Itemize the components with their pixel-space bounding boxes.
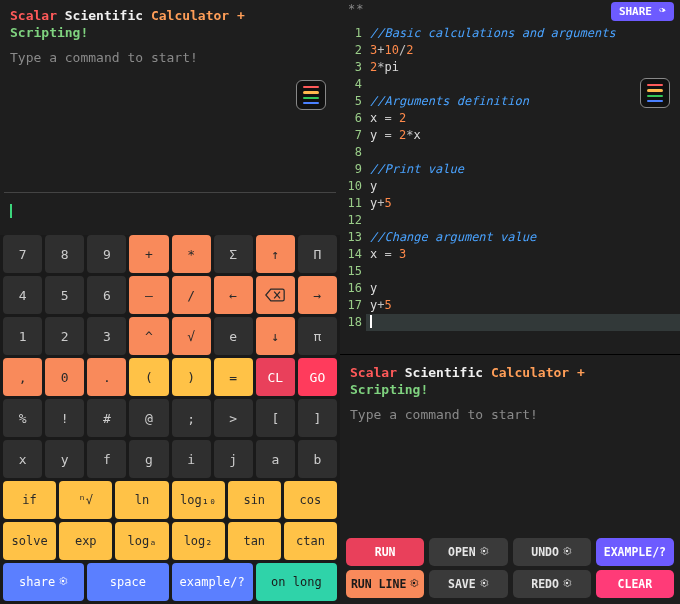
- key-[interactable]: ,: [3, 358, 42, 396]
- key-3[interactable]: 3: [87, 317, 126, 355]
- code-line[interactable]: x = 3: [370, 246, 676, 263]
- key-log[interactable]: log₁₀: [172, 481, 225, 519]
- key-[interactable]: !: [45, 399, 84, 437]
- open-button[interactable]: OPEN: [429, 538, 507, 566]
- code-line[interactable]: x = 2: [370, 110, 676, 127]
- key-[interactable]: ^: [129, 317, 168, 355]
- key-onlong[interactable]: on long: [256, 563, 337, 601]
- key-[interactable]: /: [172, 276, 211, 314]
- code-line[interactable]: 2*pi: [370, 59, 676, 76]
- code-line[interactable]: y+5: [370, 297, 676, 314]
- key-f[interactable]: f: [87, 440, 126, 478]
- key-[interactable]: ←: [214, 276, 253, 314]
- key-2[interactable]: 2: [45, 317, 84, 355]
- code-line[interactable]: //Print value: [370, 161, 676, 178]
- key-[interactable]: ;: [172, 399, 211, 437]
- key-cl[interactable]: CL: [256, 358, 295, 396]
- run-button[interactable]: RUN: [346, 538, 424, 566]
- key-sin[interactable]: sin: [228, 481, 281, 519]
- code-line[interactable]: [370, 144, 676, 161]
- key-[interactable]: ⁿ√: [59, 481, 112, 519]
- key-[interactable]: +: [129, 235, 168, 273]
- code-line[interactable]: //Change argument value: [370, 229, 676, 246]
- undo-button[interactable]: UNDO: [513, 538, 591, 566]
- key-backspace[interactable]: [256, 276, 295, 314]
- menu-stack-icon[interactable]: [296, 80, 326, 110]
- key-[interactable]: =: [214, 358, 253, 396]
- code-line[interactable]: y: [370, 280, 676, 297]
- key-[interactable]: ↑: [256, 235, 295, 273]
- key-7[interactable]: 7: [3, 235, 42, 273]
- key-log[interactable]: logₐ: [115, 522, 168, 560]
- key-4[interactable]: 4: [3, 276, 42, 314]
- code-line[interactable]: y+5: [370, 195, 676, 212]
- code-line[interactable]: y = 2*x: [370, 127, 676, 144]
- key-[interactable]: #: [87, 399, 126, 437]
- line-gutter: 123456789101112131415161718: [340, 21, 366, 354]
- code-line[interactable]: y: [370, 178, 676, 195]
- key-j[interactable]: j: [214, 440, 253, 478]
- key-go[interactable]: GO: [298, 358, 337, 396]
- svg-point-2: [566, 550, 569, 553]
- code-line[interactable]: [370, 212, 676, 229]
- key-if[interactable]: if: [3, 481, 56, 519]
- key-[interactable]: (: [129, 358, 168, 396]
- code-line[interactable]: //Basic calculations and arguments: [370, 25, 676, 42]
- key-a[interactable]: a: [256, 440, 295, 478]
- key-1[interactable]: 1: [3, 317, 42, 355]
- key-[interactable]: √: [172, 317, 211, 355]
- code-line[interactable]: [370, 76, 676, 93]
- key-ln[interactable]: ln: [115, 481, 168, 519]
- code-area[interactable]: //Basic calculations and arguments3+10/2…: [366, 21, 680, 354]
- code-editor[interactable]: 123456789101112131415161718 //Basic calc…: [340, 21, 680, 354]
- key-[interactable]: →: [298, 276, 337, 314]
- key-x[interactable]: x: [3, 440, 42, 478]
- key-ctan[interactable]: ctan: [284, 522, 337, 560]
- key-[interactable]: .: [87, 358, 126, 396]
- key-tan[interactable]: tan: [228, 522, 281, 560]
- key-5[interactable]: 5: [45, 276, 84, 314]
- code-line[interactable]: //Arguments definition: [370, 93, 676, 110]
- key-e[interactable]: e: [214, 317, 253, 355]
- key-i[interactable]: i: [172, 440, 211, 478]
- code-line[interactable]: [370, 263, 676, 280]
- key-[interactable]: ): [172, 358, 211, 396]
- key-[interactable]: –: [129, 276, 168, 314]
- key-g[interactable]: g: [129, 440, 168, 478]
- example---button[interactable]: EXAMPLE/?: [596, 538, 674, 566]
- app-title: Scalar Scientific Calculator + Scripting…: [340, 354, 680, 401]
- key-example[interactable]: example/?: [172, 563, 253, 601]
- key-9[interactable]: 9: [87, 235, 126, 273]
- key-[interactable]: >: [214, 399, 253, 437]
- key-cos[interactable]: cos: [284, 481, 337, 519]
- key-0[interactable]: 0: [45, 358, 84, 396]
- key-[interactable]: %: [3, 399, 42, 437]
- dirty-indicator: **: [346, 2, 364, 21]
- key-[interactable]: @: [129, 399, 168, 437]
- key-[interactable]: Σ: [214, 235, 253, 273]
- code-line[interactable]: 3+10/2: [370, 42, 676, 59]
- key-[interactable]: [: [256, 399, 295, 437]
- key-[interactable]: ↓: [256, 317, 295, 355]
- key-solve[interactable]: solve: [3, 522, 56, 560]
- key-b[interactable]: b: [298, 440, 337, 478]
- run-line-button[interactable]: RUN LINE: [346, 570, 424, 598]
- key-8[interactable]: 8: [45, 235, 84, 273]
- key-[interactable]: ]: [298, 399, 337, 437]
- redo-button[interactable]: REDO: [513, 570, 591, 598]
- key-share[interactable]: share: [3, 563, 84, 601]
- save-button[interactable]: SAVE: [429, 570, 507, 598]
- command-input[interactable]: [0, 193, 340, 235]
- key-[interactable]: Π: [298, 235, 337, 273]
- clear-button[interactable]: CLEAR: [596, 570, 674, 598]
- key-log[interactable]: log₂: [172, 522, 225, 560]
- share-button[interactable]: SHARE: [611, 2, 674, 21]
- key-exp[interactable]: exp: [59, 522, 112, 560]
- key-[interactable]: *: [172, 235, 211, 273]
- key-[interactable]: π: [298, 317, 337, 355]
- gear-icon: [562, 545, 572, 559]
- key-y[interactable]: y: [45, 440, 84, 478]
- key-6[interactable]: 6: [87, 276, 126, 314]
- key-space[interactable]: space: [87, 563, 168, 601]
- menu-stack-icon[interactable]: [640, 78, 670, 108]
